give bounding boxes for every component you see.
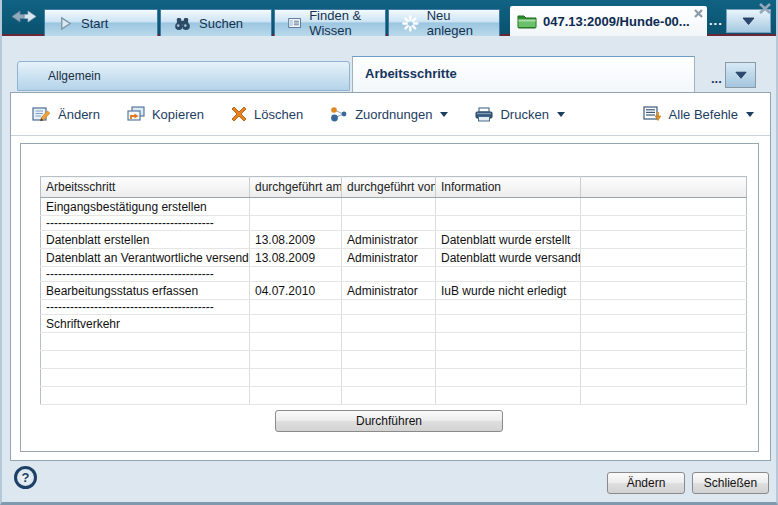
list-window-icon — [288, 16, 301, 30]
drucken-label: Drucken — [500, 107, 548, 122]
tab-allgemein[interactable]: Allgemein — [17, 61, 350, 91]
chevron-down-icon — [741, 16, 756, 26]
worksteps-table: Arbeitsschritt durchgeführt am durchgefü… — [40, 176, 747, 405]
alle-befehle-dropdown[interactable]: Alle Befehle — [643, 106, 754, 123]
footer-schliessen-button[interactable]: Schließen — [692, 472, 769, 494]
edit-icon — [32, 106, 51, 122]
table-row[interactable]: Datenblatt an Verantwortliche versenden1… — [41, 249, 747, 267]
loeschen-button[interactable]: Löschen — [231, 106, 303, 122]
arbeitsschritte-panel: Ändern Kopieren Löschen — [10, 92, 771, 461]
durchfuehren-button[interactable]: Durchführen — [275, 410, 503, 432]
aendern-button[interactable]: Ändern — [32, 106, 100, 122]
tab-arbeitsschritte[interactable]: Arbeitsschritte — [352, 56, 695, 92]
tab-start-label: Start — [81, 16, 108, 31]
help-button[interactable]: ? — [14, 466, 37, 489]
delete-x-icon — [231, 106, 247, 122]
table-header-row: Arbeitsschritt durchgeführt am durchgefü… — [41, 177, 747, 198]
worksteps-content-panel: Arbeitsschritt durchgeführt am durchgefü… — [20, 143, 759, 452]
zuordnungen-caret-icon — [440, 112, 448, 121]
table-row[interactable] — [41, 351, 747, 369]
toolbar: Ändern Kopieren Löschen — [11, 93, 770, 136]
zuordnungen-dropdown[interactable]: Zuordnungen — [330, 106, 448, 122]
drucken-dropdown[interactable]: Drucken — [475, 107, 564, 122]
table-row[interactable]: Eingangsbestätigung erstellen — [41, 198, 747, 216]
chevron-down-icon — [734, 70, 748, 80]
history-nav-arrows[interactable] — [5, 8, 43, 25]
tab-neu-anlegen[interactable]: Neu anlegen — [388, 9, 500, 36]
table-row[interactable] — [41, 333, 747, 351]
document-tab-label: 047.13:2009/Hunde-00... — [543, 14, 690, 29]
loeschen-button-label: Löschen — [254, 107, 303, 122]
table-row[interactable] — [41, 369, 747, 387]
document-tab-close-icon[interactable] — [693, 8, 704, 19]
alle-befehle-label: Alle Befehle — [669, 107, 738, 122]
copy-icon — [127, 106, 145, 122]
table-row[interactable]: Bearbeitungsstatus erfassen04.07.2010 Ad… — [41, 282, 747, 300]
col-arbeitsschritt[interactable]: Arbeitsschritt — [41, 177, 250, 198]
tab-suchen[interactable]: Suchen — [160, 9, 272, 36]
col-information[interactable]: Information — [436, 177, 581, 198]
printer-icon — [475, 107, 493, 122]
footer-aendern-button[interactable]: Ändern — [607, 472, 685, 494]
table-row[interactable]: Schriftverkehr — [41, 315, 747, 333]
folder-icon — [517, 13, 537, 29]
back-arrow-icon[interactable] — [12, 11, 24, 22]
help-question-icon: ? — [22, 470, 30, 485]
application-window: Start Suchen Finden & Wissen — [0, 0, 778, 505]
tab-neu-anlegen-label: Neu anlegen — [427, 8, 499, 38]
col-empty — [581, 177, 747, 198]
table-row[interactable]: ----------------------------------------… — [41, 300, 747, 315]
drucken-caret-icon — [557, 112, 565, 121]
binoculars-icon — [174, 16, 191, 31]
tab-finden-wissen[interactable]: Finden & Wissen — [274, 9, 386, 36]
table-row[interactable]: Datenblatt erstellen13.08.2009 Administr… — [41, 231, 747, 249]
command-list-icon — [643, 106, 662, 123]
tab-finden-wissen-label: Finden & Wissen — [309, 8, 385, 38]
kopieren-button-label: Kopieren — [152, 107, 204, 122]
zuordnungen-label: Zuordnungen — [355, 107, 432, 122]
tabstrip-dropdown-button[interactable] — [725, 62, 756, 88]
links-icon — [330, 106, 348, 122]
document-tab[interactable]: 047.13:2009/Hunde-00... — [510, 6, 707, 36]
col-durchgefuehrt-von[interactable]: durchgeführt von — [342, 177, 436, 198]
table-row[interactable] — [41, 387, 747, 405]
forward-arrow-icon[interactable] — [25, 11, 37, 22]
tabstrip-overflow-dots[interactable]: ... — [711, 71, 722, 86]
tab-suchen-label: Suchen — [199, 16, 243, 31]
table-row[interactable]: ----------------------------------------… — [41, 267, 747, 282]
tab-allgemein-label: Allgemein — [48, 69, 101, 83]
topbar-overflow-dots[interactable]: ... — [709, 13, 723, 28]
aendern-button-label: Ändern — [58, 107, 100, 122]
starburst-icon — [402, 15, 419, 32]
top-navigation-bar: Start Suchen Finden & Wissen — [2, 0, 776, 36]
tab-start[interactable]: Start — [44, 9, 158, 36]
kopieren-button[interactable]: Kopieren — [127, 106, 204, 122]
col-durchgefuehrt-am[interactable]: durchgeführt am — [250, 177, 342, 198]
alle-befehle-caret-icon — [746, 112, 754, 121]
play-icon — [58, 16, 73, 31]
window-close-icon[interactable] — [758, 2, 772, 15]
tab-arbeitsschritte-label: Arbeitsschritte — [365, 66, 457, 81]
worksteps-table-body: Eingangsbestätigung erstellen ----------… — [41, 198, 747, 405]
table-row[interactable]: ----------------------------------------… — [41, 216, 747, 231]
